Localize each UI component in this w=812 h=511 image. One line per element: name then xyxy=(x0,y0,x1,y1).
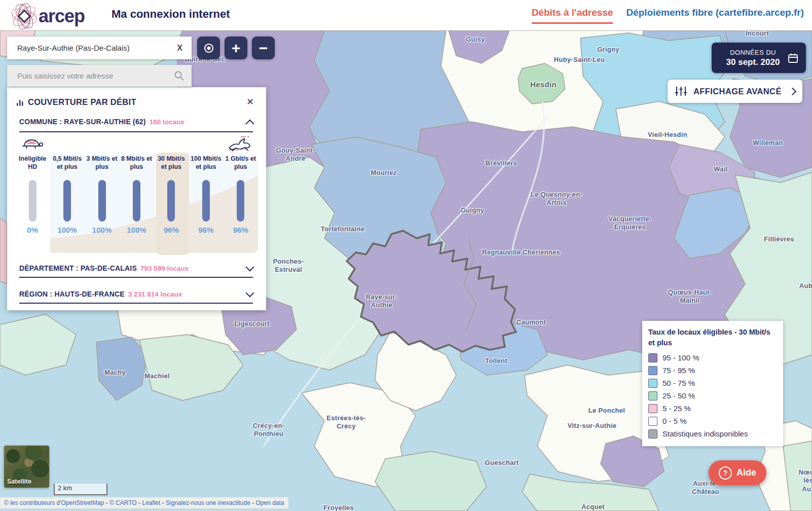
legend-label: 25 - 50 % xyxy=(662,391,695,400)
legend-title: Taux de locaux éligibles - 30 Mbit/s et … xyxy=(648,327,775,348)
rabbit-icon xyxy=(226,134,253,153)
brand-name: arcep xyxy=(39,6,85,27)
rate-percent: 100% xyxy=(57,226,77,234)
rate-column-5[interactable]: 100 Mbit/s et plus96% xyxy=(189,155,223,234)
legend-swatch xyxy=(648,379,657,388)
rate-percent: 100% xyxy=(127,226,146,234)
rate-percent: 0% xyxy=(27,226,38,234)
locate-button[interactable] xyxy=(197,36,220,59)
header: arcep Ma connexion internet Débits à l'a… xyxy=(0,0,812,30)
chevron-right-icon xyxy=(789,87,797,95)
search-icon[interactable] xyxy=(167,70,192,81)
legend-label: 5 - 25 % xyxy=(662,404,691,413)
legend-label: Statistiques indisponibles xyxy=(662,429,748,438)
zoom-out-button[interactable]: − xyxy=(252,36,275,59)
nav-link-1[interactable]: Déploiements fibre (cartefibre.arcep.fr) xyxy=(626,7,804,24)
rate-column-1[interactable]: 0,5 Mbit/s et plus100% xyxy=(50,155,84,234)
chevron-down-icon[interactable] xyxy=(246,289,254,298)
legend-item-2: 50 - 75 % xyxy=(648,377,775,389)
rate-bar xyxy=(133,180,140,222)
turtle-icon xyxy=(20,135,45,152)
commune-locaux: 160 locaux xyxy=(150,118,247,126)
rate-columns: Inéligible HD0%0,5 Mbit/s et plus100%3 M… xyxy=(15,155,258,234)
rate-bar xyxy=(202,180,210,222)
advanced-display-label: AFFICHAGE AVANCÉ xyxy=(693,87,784,96)
scale-bar: 2 km xyxy=(54,484,107,495)
legend-item-0: 95 - 100 % xyxy=(648,351,775,364)
rate-column-3[interactable]: 8 Mbit/s et plus100% xyxy=(119,155,154,234)
legend-swatch xyxy=(648,417,657,426)
legend-item-3: 25 - 50 % xyxy=(648,389,775,402)
rate-label: 30 Mbit/s et plus xyxy=(158,155,185,176)
legend-label: 0 - 5 % xyxy=(662,417,687,425)
legend-swatch xyxy=(648,404,657,413)
calendar-icon xyxy=(787,52,799,64)
rate-column-4[interactable]: 30 Mbit/s et plus96% xyxy=(154,155,189,234)
satellite-label: Satellite xyxy=(7,478,31,485)
chevron-down-icon[interactable] xyxy=(246,263,254,272)
rate-percent: 96% xyxy=(233,226,248,234)
map-attribution: © les contributeurs d'OpenStreetMap - © … xyxy=(0,497,288,508)
page-title: Ma connexion internet xyxy=(112,8,230,21)
attribution-link-0[interactable]: © les contributeurs d'OpenStreetMap xyxy=(4,499,104,506)
rate-label: 100 Mbit/s et plus xyxy=(191,155,221,176)
rate-column-0[interactable]: Inéligible HD0% xyxy=(15,155,50,234)
rate-column-6[interactable]: 1 Gbit/s et plus96% xyxy=(224,155,258,234)
rate-bar xyxy=(63,180,71,222)
section-region[interactable]: RÉGION : HAUTS-DE-FRANCE 3 231 814 locau… xyxy=(19,286,253,304)
question-icon: ? xyxy=(719,466,732,480)
help-button[interactable]: ? Aide xyxy=(709,460,766,485)
help-label: Aide xyxy=(736,467,756,478)
coverage-chart: Inéligible HD0%0,5 Mbit/s et plus100%3 M… xyxy=(15,134,258,255)
commune-name: COMMUNE : RAYE-SUR-AUTHIE (62) xyxy=(19,118,146,126)
nav-link-0[interactable]: Débits à l'adresse xyxy=(532,7,613,24)
data-date-badge[interactable]: DONNÉES DU 30 sept. 2020 xyxy=(712,43,806,73)
attribution-link-3[interactable]: Signalez-nous une inexactitude xyxy=(166,499,250,506)
sliders-icon xyxy=(675,86,687,97)
section-commune[interactable]: COMMUNE : RAYE-SUR-AUTHIE (62) 160 locau… xyxy=(19,114,253,132)
bar-chart-icon xyxy=(16,98,24,106)
rate-label: 8 Mbit/s et plus xyxy=(121,155,152,176)
rate-bar xyxy=(98,180,106,222)
legend-swatch xyxy=(648,391,657,400)
legend-swatch xyxy=(648,353,657,362)
advanced-display-button[interactable]: AFFICHAGE AVANCÉ xyxy=(668,80,802,103)
departement-locaux: 793 599 locaux xyxy=(140,265,247,272)
legend-label: 75 - 95 % xyxy=(662,366,695,375)
data-date-label: DONNÉES DU xyxy=(719,49,787,56)
close-icon[interactable]: ✕ xyxy=(243,95,257,108)
rate-label: 0,5 Mbit/s et plus xyxy=(53,155,82,176)
clear-search-icon[interactable]: X xyxy=(168,44,192,53)
rate-percent: 96% xyxy=(164,226,179,234)
legend-label: 50 - 75 % xyxy=(662,379,695,387)
legend-item-5: 0 - 5 % xyxy=(648,415,775,427)
arcep-logo[interactable]: arcep xyxy=(6,2,85,30)
legend-label: 95 - 100 % xyxy=(662,353,699,362)
legend-swatch xyxy=(648,429,657,439)
legend-item-6: Statistiques indisponibles xyxy=(648,427,775,440)
rate-bar xyxy=(167,180,175,222)
address-search-input[interactable] xyxy=(7,71,167,80)
coverage-panel: COUVERTURE PAR DÉBIT ✕ COMMUNE : RAYE-SU… xyxy=(7,87,266,310)
rate-column-2[interactable]: 3 Mbit/s et plus100% xyxy=(85,155,119,234)
commune-search-input[interactable] xyxy=(7,44,168,52)
rate-percent: 96% xyxy=(198,226,213,234)
commune-search: X xyxy=(7,36,192,59)
rate-bar xyxy=(237,180,244,222)
attribution-link-1[interactable]: © CARTO xyxy=(109,499,137,506)
region-name: RÉGION : HAUTS-DE-FRANCE xyxy=(19,290,125,298)
attribution-link-4[interactable]: Open data xyxy=(255,499,284,506)
section-departement[interactable]: DÉPARTEMENT : PAS-DE-CALAIS 793 599 loca… xyxy=(19,260,253,278)
rate-label: Inéligible HD xyxy=(19,155,46,176)
zoom-in-button[interactable]: + xyxy=(225,36,247,59)
panel-title: COUVERTURE PAR DÉBIT xyxy=(28,97,243,107)
satellite-layer-button[interactable]: Satellite xyxy=(4,446,49,488)
chevron-up-icon[interactable] xyxy=(246,120,254,128)
legend-item-4: 5 - 25 % xyxy=(648,402,775,415)
departement-name: DÉPARTEMENT : PAS-DE-CALAIS xyxy=(19,264,137,272)
target-icon xyxy=(203,42,215,54)
region-locaux: 3 231 814 locaux xyxy=(128,290,247,298)
attribution-link-2[interactable]: Leaflet xyxy=(142,499,160,506)
legend-item-1: 75 - 95 % xyxy=(648,364,775,377)
rate-label: 1 Gbit/s et plus xyxy=(226,155,256,176)
